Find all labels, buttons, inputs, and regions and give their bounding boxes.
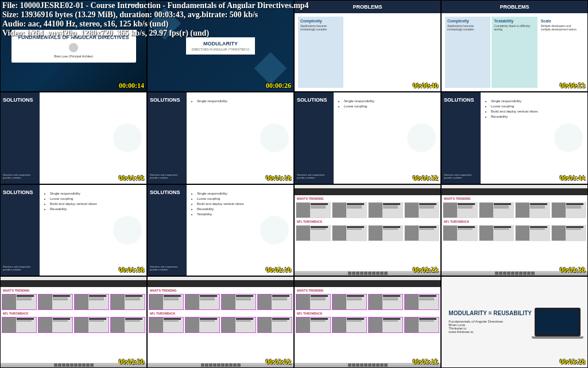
thumbnail[interactable]: PROBLEMS Complexity Applications become … [441, 0, 588, 92]
thumbnail[interactable]: WHAT'S TRENDING NFL THROWBACK 00:02:50 [0, 276, 147, 368]
author-avatar [69, 43, 78, 52]
thumbnail[interactable]: PROBLEMS Complexity Applications become … [294, 0, 441, 92]
slide-title: MODULARITY = REUSABILITY [448, 310, 532, 316]
timestamp: 00:01:44 [560, 174, 585, 183]
timestamp: 00:01:58 [119, 266, 144, 274]
thumbnail[interactable]: WHAT'S TRENDING NFL THROWBACK 00:02:23 [294, 184, 441, 276]
slide-header: PROBLEMS [442, 1, 587, 13]
thumbnail[interactable]: SOLUTIONSDirectives and components provi… [0, 92, 147, 184]
thumbnail[interactable]: MODULARITY = REUSABILITY Fundamentals of… [441, 276, 588, 368]
timestamp: 00:02:36 [560, 266, 585, 274]
file-metadata: File: 10000JESRE02-01 - Course Introduct… [0, 0, 311, 39]
thumbnail-grid: thinkster FUNDAMENTALS OF ANGULAR DIRECT… [0, 0, 588, 368]
timestamp: 00:00:40 [413, 82, 438, 90]
thumbnail[interactable]: WHAT'S TRENDING NFL THROWBACK 00:02:36 [441, 184, 588, 276]
slide-title: MODULARITY [192, 41, 250, 47]
thumbnail[interactable]: WHAT'S TRENDING NFL THROWBACK 00:03:15 [294, 276, 441, 368]
thumbnail[interactable]: SOLUTIONSDirectives and components provi… [441, 92, 588, 184]
timestamp: 00:03:15 [413, 358, 438, 366]
slide-subtitle: DIRECTIVES IN ANGULAR | THINKSTER.IO [192, 48, 250, 51]
laptop-graphic [535, 308, 581, 336]
timestamp: 00:01:32 [413, 174, 438, 183]
timestamp: 00:00:26 [266, 82, 291, 90]
timestamp: 00:02:23 [413, 266, 438, 274]
timestamp: 00:00:14 [119, 82, 144, 90]
timestamp: 00:01:18 [266, 174, 291, 183]
thumbnail[interactable]: WHAT'S TRENDING NFL THROWBACK 00:03:02 [147, 276, 294, 368]
thumbnail[interactable]: SOLUTIONSDirectives and components provi… [147, 184, 294, 276]
thumbnail[interactable]: SOLUTIONSDirectives and components provi… [0, 184, 147, 276]
author-name: Brian Love | Principal Architect [18, 55, 129, 58]
timestamp: 00:00:53 [560, 82, 585, 90]
timestamp: 00:01:05 [119, 174, 144, 183]
slide-header: PROBLEMS [295, 1, 440, 13]
timestamp: 00:02:50 [119, 358, 144, 366]
thumbnail[interactable]: SOLUTIONSDirectives and components provi… [294, 92, 441, 184]
timestamp: 00:03:02 [266, 358, 291, 366]
timestamp: 00:03:28 [560, 358, 585, 366]
thumbnail[interactable]: SOLUTIONSDirectives and components provi… [147, 92, 294, 184]
timestamp: 00:02:10 [266, 266, 291, 274]
